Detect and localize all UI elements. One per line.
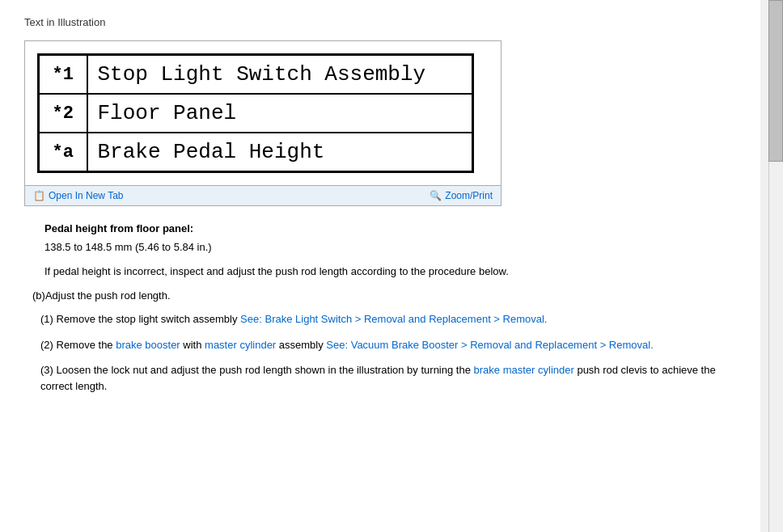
step-1-link[interactable]: See: Brake Light Switch > Removal and Re…	[240, 313, 547, 325]
table-row: *1 Stop Light Switch Assembly	[39, 55, 473, 95]
step-2-link2[interactable]: master cylinder	[205, 339, 276, 351]
section-header: Text in Illustration	[24, 16, 736, 28]
row-id-1: *1	[39, 55, 87, 95]
illustration-box: *1 Stop Light Switch Assembly *2 Floor P…	[24, 40, 502, 206]
zoom-icon: 🔍	[430, 190, 442, 201]
pedal-height-value: 138.5 to 148.5 mm (5.46 to 5.84 in.)	[44, 241, 736, 253]
illustration-table: *1 Stop Light Switch Assembly *2 Floor P…	[37, 53, 474, 173]
row-id-a: *a	[39, 133, 87, 172]
step-3-link[interactable]: brake master cylinder	[474, 364, 574, 376]
scrollbar[interactable]	[768, 0, 783, 532]
open-in-new-tab-link[interactable]: 📋 Open In New Tab	[33, 190, 124, 201]
step-3-prefix: (3) Loosen the lock nut and adjust the p…	[40, 364, 474, 376]
table-row: *2 Floor Panel	[39, 94, 473, 133]
row-id-2: *2	[39, 94, 87, 133]
step-2-suffix: assembly	[276, 339, 326, 351]
adjust-note: (b)Adjust the push rod length.	[32, 289, 736, 302]
step-2-link1[interactable]: brake booster	[116, 339, 180, 351]
open-tab-label: Open In New Tab	[49, 190, 124, 201]
table-row: *a Brake Pedal Height	[39, 133, 473, 172]
step-2: (2) Remove the brake booster with master…	[40, 337, 736, 353]
step-1: (1) Remove the stop light switch assembl…	[40, 311, 736, 327]
zoom-print-link[interactable]: 🔍 Zoom/Print	[430, 190, 493, 201]
zoom-print-label: Zoom/Print	[445, 190, 493, 201]
step-1-prefix: (1) Remove the stop light switch assembl…	[40, 313, 240, 325]
scrollbar-thumb[interactable]	[768, 0, 783, 162]
main-content: Text in Illustration *1 Stop Light Switc…	[0, 0, 760, 532]
open-tab-icon: 📋	[33, 190, 45, 201]
pedal-height-label: Pedal height from floor panel:	[44, 222, 736, 234]
step-2-prefix: (2) Remove the	[40, 339, 116, 351]
step-2-link3[interactable]: See: Vacuum Brake Booster > Removal and …	[326, 339, 653, 351]
step-2-middle: with	[180, 339, 205, 351]
row-label-1: Stop Light Switch Assembly	[87, 55, 473, 95]
content-text: Pedal height from floor panel: 138.5 to …	[24, 222, 736, 394]
row-label-a: Brake Pedal Height	[87, 133, 473, 172]
step-3: (3) Loosen the lock nut and adjust the p…	[40, 362, 736, 394]
row-label-2: Floor Panel	[87, 94, 473, 133]
illustration-footer: 📋 Open In New Tab 🔍 Zoom/Print	[25, 185, 501, 205]
pedal-height-note: If pedal height is incorrect, inspect an…	[44, 265, 736, 277]
